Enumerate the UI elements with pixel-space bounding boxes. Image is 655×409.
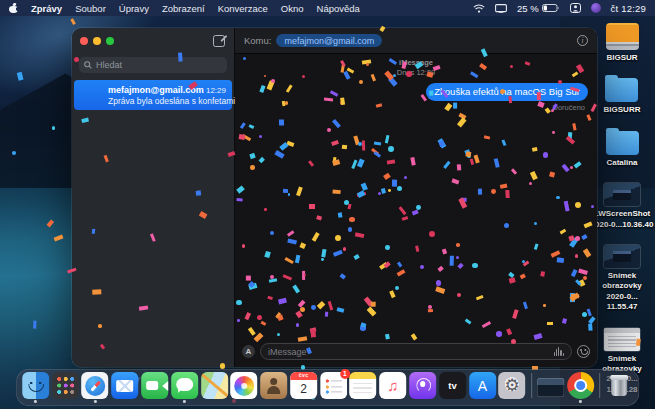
apps-button[interactable]: A — [242, 345, 255, 358]
desktop: Zprávy SouborÚpravyZobrazeníKonverzaceOk… — [0, 0, 655, 409]
dock-icon-notes[interactable] — [350, 372, 377, 399]
zoom-button[interactable] — [106, 37, 114, 45]
dock-icon-messages[interactable] — [171, 372, 198, 399]
chat-body: iMessage Dnes 12:29 Zkouška efektů na ma… — [235, 54, 597, 339]
date-label: Dnes 12:29 — [397, 68, 435, 77]
dock-icon-chrome[interactable] — [567, 372, 594, 399]
menu-upravy[interactable]: Úpravy — [119, 3, 149, 14]
message-field[interactable] — [260, 343, 572, 360]
menu-konverzace[interactable]: Konverzace — [218, 3, 268, 14]
dock-icon-calendar[interactable]: čvc2 — [290, 372, 317, 399]
desktop-icon-bigsur[interactable]: BIGSUR — [606, 23, 639, 63]
chat-header: Komu: mefajmon@gmail.com i — [235, 28, 597, 54]
audio-message-icon[interactable] — [554, 347, 564, 356]
dock-icon-app-store[interactable] — [469, 372, 496, 399]
user-switch-icon[interactable] — [570, 3, 581, 13]
shot-dark-icon — [604, 183, 640, 206]
desktop-icon-snimek-obrazovky2020-0-11-55-47[interactable]: Snímek obrazovky2020-0... 11.55.47 — [590, 245, 654, 313]
desktop-icon-label: Catalina — [606, 158, 637, 168]
conversation-item[interactable]: mefajmon@gmail.com 12:29 Zpráva byla ode… — [74, 80, 232, 110]
running-indicator-dot — [94, 400, 97, 403]
shot-light-icon — [604, 328, 640, 351]
minimize-button[interactable] — [93, 37, 101, 45]
maps-icon — [201, 372, 228, 399]
safari-icon — [82, 372, 109, 399]
battery-icon — [542, 4, 560, 12]
trash-icon — [606, 372, 633, 399]
desktop-icon-catalina[interactable]: Catalina — [606, 131, 639, 168]
conversation-preview: Zpráva byla odeslána s konfetami — [108, 96, 226, 106]
drive-icon — [606, 23, 639, 50]
dock-icon-contacts[interactable] — [260, 372, 287, 399]
info-icon[interactable]: i — [577, 35, 588, 46]
desktop-icon-bigsurr[interactable]: BIGSURR — [604, 78, 641, 115]
dock-icon-podcasts[interactable] — [409, 372, 436, 399]
dock-icon-photos[interactable] — [231, 372, 258, 399]
desktop-icon-column: BIGSURBIGSURRCatalinaLWScreenShot2020-0.… — [590, 23, 654, 409]
messages-icon — [171, 372, 198, 399]
dock-icon-reminders[interactable]: 1 — [320, 372, 347, 399]
dock-divider — [600, 373, 601, 398]
dock-icon-facetime[interactable] — [141, 372, 168, 399]
message-input[interactable] — [268, 347, 550, 357]
running-indicator-dot — [579, 400, 582, 403]
service-label: iMessage — [399, 58, 433, 67]
close-button[interactable] — [80, 37, 88, 45]
running-indicator-dot — [183, 400, 186, 403]
dock-icon-maps[interactable] — [201, 372, 228, 399]
menu-okno[interactable]: Okno — [281, 3, 304, 14]
screen-mirroring-icon[interactable] — [495, 4, 507, 13]
running-indicator-dot — [34, 400, 37, 403]
menu-bar: Zprávy SouborÚpravyZobrazeníKonverzaceOk… — [0, 0, 655, 16]
launchpad-icon — [52, 372, 79, 399]
dock-icon-launchpad[interactable] — [52, 372, 79, 399]
calendar-month-label: čvc — [290, 372, 317, 380]
menu-zobrazeni[interactable]: Zobrazení — [162, 3, 205, 14]
menu-soubor[interactable]: Soubor — [75, 3, 106, 14]
podcasts-icon — [409, 372, 436, 399]
apple-menu-icon[interactable] — [9, 3, 18, 13]
desktop-icon-label: LWScreenShot2020-0...10.36.40 — [591, 209, 654, 230]
battery-status[interactable]: 25 % — [517, 3, 560, 14]
notification-badge: 1 — [340, 369, 350, 379]
wifi-icon[interactable] — [473, 4, 485, 13]
chat-pane: Komu: mefajmon@gmail.com i iMessage Dnes… — [235, 28, 597, 367]
system-preferences-icon — [499, 372, 526, 399]
dock-icon-minimized-window[interactable] — [537, 372, 564, 399]
folder-icon — [606, 131, 639, 155]
search-icon — [84, 61, 92, 69]
dock-icon-music[interactable] — [379, 372, 406, 399]
dock-icon-tv[interactable] — [439, 372, 466, 399]
mail-icon — [111, 372, 138, 399]
app-store-icon — [469, 372, 496, 399]
search-input[interactable]: Hledat — [79, 57, 227, 73]
to-label: Komu: — [244, 35, 271, 46]
desktop-icon-lwscreenshot2020-0-10-36-40[interactable]: LWScreenShot2020-0...10.36.40 — [591, 183, 654, 230]
menu-app-zpravy[interactable]: Zprávy — [31, 3, 62, 14]
outgoing-message-bubble: Zkouška efektů na macOS Big Sur — [426, 83, 588, 101]
delivered-status: Doručeno — [552, 103, 585, 112]
facetime-icon — [141, 372, 168, 399]
sidebar-titlebar — [72, 28, 234, 54]
contacts-icon — [260, 372, 287, 399]
dock-icon-system-preferences[interactable] — [499, 372, 526, 399]
messages-window: Hledat mefajmon@gmail.com 12:29 Zpráva b… — [72, 28, 597, 367]
shot-dark-icon — [604, 245, 640, 268]
menu-bar-clock[interactable]: čt 12:29 — [611, 3, 646, 14]
search-placeholder: Hledat — [96, 60, 122, 70]
dock-icon-mail[interactable] — [111, 372, 138, 399]
compose-icon[interactable] — [213, 35, 226, 47]
tv-icon — [439, 372, 466, 399]
dock-icon-finder[interactable] — [22, 372, 49, 399]
dock-icon-trash[interactable] — [606, 372, 633, 399]
emoji-icon[interactable] — [577, 345, 590, 358]
menu-napoveda[interactable]: Nápověda — [317, 3, 360, 14]
desktop-icon-label: Snímek obrazovky2020-0... 11.55.47 — [590, 271, 654, 313]
folder-icon — [605, 78, 638, 102]
calendar-icon: čvc2 — [290, 372, 317, 399]
music-icon — [379, 372, 406, 399]
user-avatar-icon[interactable] — [591, 3, 601, 13]
calendar-day-label: 2 — [290, 380, 317, 398]
dock-icon-safari[interactable] — [82, 372, 109, 399]
recipient-token[interactable]: mefajmon@gmail.com — [276, 34, 382, 47]
